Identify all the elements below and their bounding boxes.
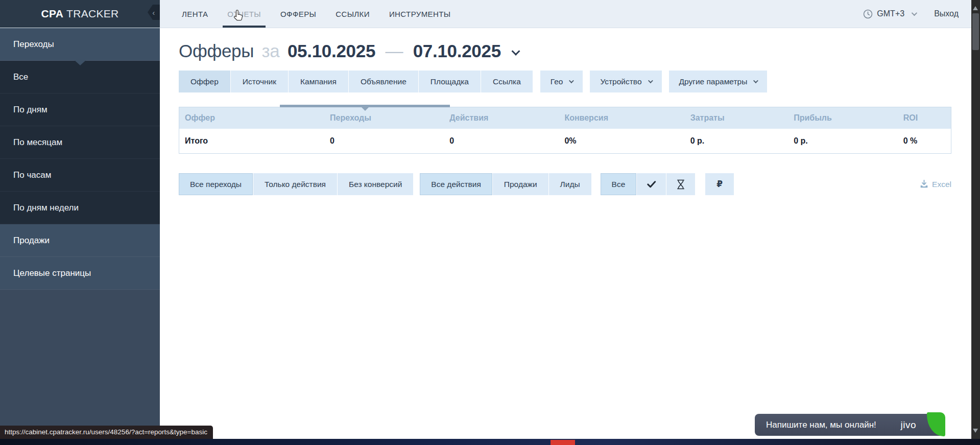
taskbar-red-sliver xyxy=(551,440,575,445)
page-title: Офферы за 05.10.2025 — 07.10.2025 xyxy=(179,41,951,61)
filter-all-actions[interactable]: Все действия xyxy=(420,173,492,195)
sidebar-item-vse[interactable]: Все xyxy=(0,61,160,93)
sidebar-item-po-mesyacam[interactable]: По месяцам xyxy=(0,126,160,159)
export-excel-button[interactable]: Excel xyxy=(920,180,951,189)
nav-item-reports[interactable]: ОТЧЕТЫ xyxy=(221,0,268,28)
filter-pending-button[interactable] xyxy=(666,173,695,195)
sort-indicator xyxy=(280,105,450,107)
column-header-actions[interactable]: Действия xyxy=(444,107,559,129)
main-menu: ЛЕНТА ОТЧЕТЫ ОФФЕРЫ ССЫЛКИ ИНСТРУМЕНТЫ xyxy=(175,0,463,28)
report-table: Оффер Переходы Действия Конверсия Затрат… xyxy=(179,107,951,154)
chat-message: Напишите нам, мы онлайн! xyxy=(766,420,876,430)
tab-platform[interactable]: Площадка xyxy=(419,71,481,92)
date-range-chevron-icon[interactable] xyxy=(512,47,520,56)
report-content: Офферы за 05.10.2025 — 07.10.2025 Оффер … xyxy=(160,28,971,439)
filter-no-conversions[interactable]: Без конверсий xyxy=(338,173,413,195)
totals-label: Итого xyxy=(179,129,324,153)
tab-ad[interactable]: Объявление xyxy=(349,71,419,92)
dimension-tabs: Оффер Источник Кампания Объявление Площа… xyxy=(179,71,951,92)
sidebar-item-po-dnyam[interactable]: По дням xyxy=(0,93,160,126)
column-header-clicks[interactable]: Переходы xyxy=(324,107,444,129)
nav-right-cluster: GMT+3 Выход xyxy=(863,0,980,28)
traffic-filter-group: Все переходы Только действия Без конверс… xyxy=(179,173,413,195)
totals-costs: 0 р. xyxy=(685,129,788,153)
tab-source[interactable]: Источник xyxy=(231,71,289,92)
chevron-down-icon xyxy=(648,78,653,83)
filter-all-clicks[interactable]: Все переходы xyxy=(179,173,253,195)
tab-campaign[interactable]: Кампания xyxy=(289,71,349,92)
scrollbar-up-arrow-icon[interactable] xyxy=(973,4,978,10)
report-entity: Офферы xyxy=(179,41,254,61)
device-dropdown[interactable]: Устройство xyxy=(590,71,661,92)
sidebar-item-prodazhi[interactable]: Продажи xyxy=(0,224,160,257)
chevron-down-icon xyxy=(753,78,758,83)
brand-logo-rest: TRACKER xyxy=(66,8,118,20)
column-header-offer[interactable]: Оффер xyxy=(179,107,324,129)
filters-row: Все переходы Только действия Без конверс… xyxy=(179,173,951,195)
totals-profit: 0 р. xyxy=(788,129,898,153)
date-to[interactable]: 07.10.2025 xyxy=(413,41,501,61)
nav-item-tools[interactable]: ИНСТРУМЕНТЫ xyxy=(383,0,458,28)
filter-leads[interactable]: Лиды xyxy=(549,173,591,195)
date-dash: — xyxy=(386,41,403,61)
collapse-sidebar-button[interactable]: ‹ xyxy=(148,5,160,20)
tab-link[interactable]: Ссылка xyxy=(481,71,533,92)
actions-filter-group: Все действия Продажи Лиды xyxy=(420,173,591,195)
totals-actions: 0 xyxy=(444,129,559,153)
column-header-conversion[interactable]: Конверсия xyxy=(559,107,684,129)
filter-only-actions[interactable]: Только действия xyxy=(253,173,338,195)
scrollbar-thumb[interactable] xyxy=(972,13,979,50)
logout-link[interactable]: Выход xyxy=(934,9,959,18)
table-row-totals: Итого 0 0 0% 0 р. 0 р. 0 % xyxy=(179,129,951,153)
filter-sales[interactable]: Продажи xyxy=(493,173,549,195)
timezone-value: GMT+3 xyxy=(877,9,904,18)
geo-dropdown[interactable]: Гео xyxy=(540,71,583,92)
totals-conversion: 0% xyxy=(559,129,684,153)
tab-offer[interactable]: Оффер xyxy=(179,71,231,92)
scrollbar-down-arrow-icon[interactable] xyxy=(973,429,978,435)
status-bar-url: https://cabinet.cpatracker.ru/users/4825… xyxy=(0,426,213,439)
sidebar-item-celevye-stranicy[interactable]: Целевые страницы xyxy=(0,257,160,290)
column-header-roi[interactable]: ROI xyxy=(898,107,951,129)
report-preposition: за xyxy=(262,41,280,61)
table-header-row: Оффер Переходы Действия Конверсия Затрат… xyxy=(179,107,951,129)
sidebar-item-perehody[interactable]: Переходы xyxy=(0,28,160,61)
chevron-down-icon xyxy=(912,10,917,16)
sidebar-item-po-chasam[interactable]: По часам xyxy=(0,159,160,192)
totals-clicks: 0 xyxy=(324,129,444,153)
status-filter-group: Все xyxy=(601,173,696,195)
nav-item-offers[interactable]: ОФФЕРЫ xyxy=(274,0,323,28)
totals-roi: 0 % xyxy=(898,129,951,153)
sidebar: Переходы Все По дням По месяцам По часам… xyxy=(0,28,160,439)
top-navigation-bar: CPA TRACKER ‹ ЛЕНТА ОТЧЕТЫ ОФФЕРЫ ССЫЛКИ… xyxy=(0,0,980,28)
jivo-logo: jivo xyxy=(900,419,916,431)
brand-logo-bold: CPA xyxy=(41,8,63,20)
chevron-down-icon xyxy=(569,78,574,83)
cpa-tracker-app: CPA TRACKER ‹ ЛЕНТА ОТЧЕТЫ ОФФЕРЫ ССЫЛКИ… xyxy=(0,0,980,445)
download-icon xyxy=(920,180,928,189)
page-scrollbar[interactable] xyxy=(971,0,980,439)
sidebar-item-po-dnyam-nedeli[interactable]: По дням недели xyxy=(0,192,160,224)
nav-item-links[interactable]: ССЫЛКИ xyxy=(329,0,376,28)
bottom-window-edge xyxy=(0,439,980,445)
clock-icon xyxy=(863,9,873,19)
chat-widget[interactable]: Напишите нам, мы онлайн! jivo xyxy=(755,414,945,436)
nav-item-lenta[interactable]: ЛЕНТА xyxy=(175,0,214,28)
jivo-leaf-icon xyxy=(927,412,945,436)
hourglass-icon xyxy=(676,179,685,190)
filter-approved-button[interactable] xyxy=(637,173,666,195)
other-params-dropdown[interactable]: Другие параметры xyxy=(669,71,768,92)
export-excel-label: Excel xyxy=(932,180,951,189)
currency-ruble-button[interactable]: ₽ xyxy=(705,173,734,195)
timezone-selector[interactable]: GMT+3 xyxy=(863,9,916,19)
filter-status-all[interactable]: Все xyxy=(601,173,637,195)
date-from[interactable]: 05.10.2025 xyxy=(288,41,375,61)
brand-logo[interactable]: CPA TRACKER ‹ xyxy=(0,0,160,28)
column-header-costs[interactable]: Затраты xyxy=(685,107,788,129)
column-header-profit[interactable]: Прибыль xyxy=(788,107,898,129)
chevron-left-icon: ‹ xyxy=(152,8,155,17)
check-icon xyxy=(647,179,656,189)
